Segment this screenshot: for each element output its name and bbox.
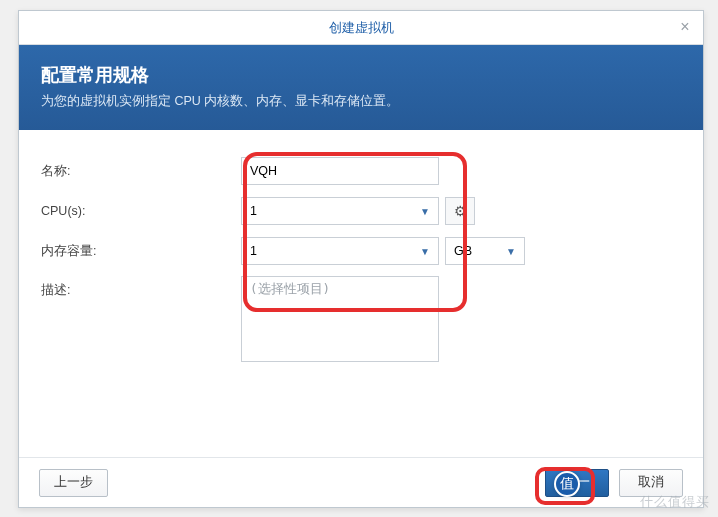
cpu-label: CPU(s): <box>41 204 241 218</box>
dialog-titlebar: 创建虚拟机 × <box>19 11 703 45</box>
name-input[interactable] <box>241 157 439 185</box>
form-area: 名称: CPU(s): 1 ▼ ⚙ 内存容量: 1 ▼ <box>19 130 703 457</box>
row-memory: 内存容量: 1 ▼ GB ▼ <box>41 236 681 266</box>
step-title: 配置常用规格 <box>41 63 681 87</box>
memory-value: 1 <box>250 244 257 258</box>
cpu-value: 1 <box>250 204 257 218</box>
memory-label: 内存容量: <box>41 243 241 260</box>
next-button[interactable]: 下一 <box>545 469 609 497</box>
cancel-button[interactable]: 取消 <box>619 469 683 497</box>
row-description: 描述: <box>41 276 681 362</box>
step-subtitle: 为您的虚拟机实例指定 CPU 内核数、内存、显卡和存储位置。 <box>41 93 681 110</box>
create-vm-dialog: 创建虚拟机 × 配置常用规格 为您的虚拟机实例指定 CPU 内核数、内存、显卡和… <box>18 10 704 508</box>
button-bar: 上一步 下一 取消 <box>19 457 703 507</box>
cpu-select[interactable]: 1 ▼ <box>241 197 439 225</box>
description-label: 描述: <box>41 276 241 299</box>
row-cpu: CPU(s): 1 ▼ ⚙ <box>41 196 681 226</box>
description-textarea[interactable] <box>241 276 439 362</box>
step-header: 配置常用规格 为您的虚拟机实例指定 CPU 内核数、内存、显卡和存储位置。 <box>19 45 703 130</box>
chevron-down-icon: ▼ <box>506 246 516 257</box>
name-label: 名称: <box>41 163 241 180</box>
close-icon[interactable]: × <box>677 19 693 35</box>
prev-button[interactable]: 上一步 <box>39 469 108 497</box>
chevron-down-icon: ▼ <box>420 246 430 257</box>
memory-unit-select[interactable]: GB ▼ <box>445 237 525 265</box>
cpu-settings-button[interactable]: ⚙ <box>445 197 475 225</box>
gear-icon: ⚙ <box>454 203 467 219</box>
row-name: 名称: <box>41 156 681 186</box>
memory-select[interactable]: 1 ▼ <box>241 237 439 265</box>
chevron-down-icon: ▼ <box>420 206 430 217</box>
memory-unit-value: GB <box>454 244 472 258</box>
dialog-title: 创建虚拟机 <box>329 19 394 37</box>
